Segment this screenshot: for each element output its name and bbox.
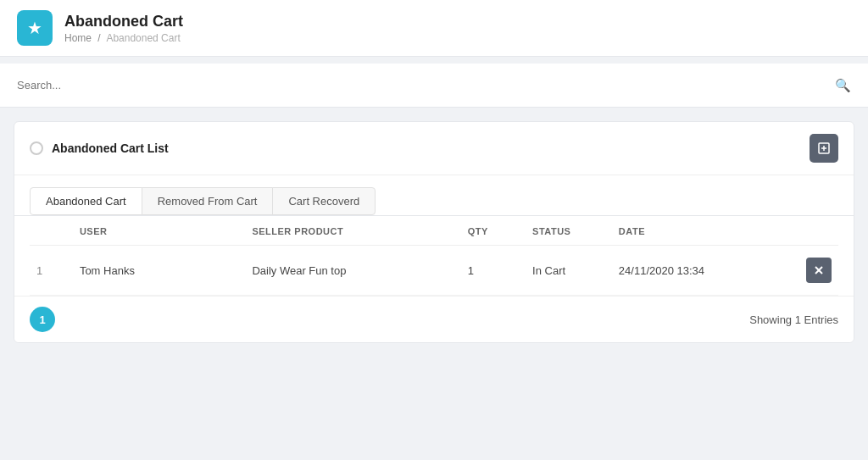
col-header-user: USER	[73, 216, 246, 246]
table-body: 1 Tom Hanks Daily Wear Fun top 1 In Cart…	[30, 246, 838, 296]
col-header-num	[30, 216, 73, 246]
export-icon	[818, 142, 830, 154]
search-bar: 🔍	[17, 75, 851, 95]
tab-abandoned-cart[interactable]: Abandoned Cart	[30, 187, 142, 215]
radio-indicator	[30, 141, 43, 155]
breadcrumb-current: Abandoned Cart	[106, 32, 180, 44]
cell-num: 1	[30, 246, 73, 296]
header-title-block: Abandoned Cart Home / Abandoned Cart	[64, 13, 183, 44]
col-header-qty: QTY	[461, 216, 526, 246]
delete-row-button[interactable]	[806, 258, 832, 283]
search-bar-wrapper: 🔍	[0, 64, 868, 108]
cell-qty: 1	[461, 246, 526, 296]
table-head: USER SELLER PRODUCT QTY STATUS DATE	[30, 216, 838, 246]
breadcrumb: Home / Abandoned Cart	[64, 32, 183, 44]
tab-cart-recovered[interactable]: Cart Recoverd	[272, 187, 376, 215]
col-header-action	[784, 216, 838, 246]
breadcrumb-home[interactable]: Home	[64, 32, 92, 44]
showing-entries-text: Showing 1 Entries	[749, 313, 838, 326]
col-header-product: SELLER PRODUCT	[245, 216, 460, 246]
breadcrumb-separator: /	[97, 32, 100, 44]
main-content: Abandoned Cart List Abandoned Cart Remov…	[0, 108, 868, 352]
page-title: Abandoned Cart	[64, 13, 183, 30]
card-title: Abandoned Cart List	[52, 141, 169, 155]
tabs-container: Abandoned Cart Removed From Cart Cart Re…	[14, 175, 854, 216]
logo-icon: ★	[17, 10, 53, 46]
export-button[interactable]	[810, 134, 838, 163]
table-wrapper: USER SELLER PRODUCT QTY STATUS DATE 1 To…	[14, 216, 854, 296]
abandoned-cart-table: USER SELLER PRODUCT QTY STATUS DATE 1 To…	[30, 216, 838, 296]
table-footer: 1 Showing 1 Entries	[14, 296, 854, 342]
cell-product: Daily Wear Fun top	[245, 246, 460, 296]
card-header: Abandoned Cart List	[14, 122, 854, 175]
cell-date: 24/11/2020 13:34	[612, 246, 785, 296]
tab-removed-from-cart[interactable]: Removed From Cart	[142, 187, 274, 215]
close-icon	[814, 265, 824, 275]
col-header-date: DATE	[612, 216, 785, 246]
cell-user: Tom Hanks	[73, 246, 246, 296]
header: ★ Abandoned Cart Home / Abandoned Cart	[0, 0, 868, 57]
cell-action	[784, 246, 838, 296]
pagination-button-1[interactable]: 1	[30, 307, 55, 332]
search-icon: 🔍	[835, 78, 851, 93]
card-header-left: Abandoned Cart List	[30, 141, 169, 155]
col-header-status: STATUS	[526, 216, 612, 246]
table-row: 1 Tom Hanks Daily Wear Fun top 1 In Cart…	[30, 246, 838, 296]
search-input[interactable]	[17, 75, 851, 95]
abandoned-cart-card: Abandoned Cart List Abandoned Cart Remov…	[14, 121, 854, 343]
cell-status: In Cart	[526, 246, 612, 296]
